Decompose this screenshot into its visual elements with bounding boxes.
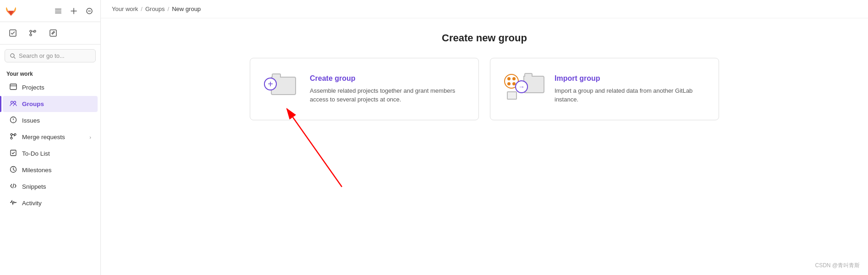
import-group-card[interactable]: → Import group Import a group and relate… [490, 58, 719, 120]
create-group-card[interactable]: + Create group Assemble related projects… [250, 58, 479, 120]
sidebar-item-label: To-Do List [22, 150, 50, 157]
breadcrumb-groups[interactable]: Groups [145, 6, 165, 12]
close-sidebar-icon[interactable] [83, 5, 96, 17]
gitlab-logo-icon[interactable] [5, 5, 17, 17]
svg-point-14 [11, 134, 12, 135]
dot-icon [507, 77, 511, 80]
todo-quick-icon[interactable] [5, 26, 20, 40]
sidebar-item-milestones[interactable]: Milestones [3, 162, 98, 178]
import-group-text: Import group Import a group and related … [555, 74, 705, 104]
create-group-icon-area: + [264, 73, 301, 105]
create-group-title: Create group [310, 74, 465, 83]
sidebar-item-snippets[interactable]: Snippets [3, 179, 98, 195]
import-group-icon-area: → [504, 73, 545, 105]
sidebar-item-label: Groups [22, 101, 44, 107]
svg-rect-0 [55, 9, 61, 10]
your-work-section-label: Your work [0, 67, 100, 79]
svg-point-11 [11, 101, 13, 104]
folder-tab-icon [272, 73, 281, 78]
search-placeholder: Search or go to... [19, 52, 65, 59]
todo-list-icon [9, 149, 17, 158]
arrow-right-circle-icon: → [515, 80, 528, 93]
new-item-icon[interactable] [67, 5, 80, 17]
create-group-text: Create group Assemble related projects t… [310, 74, 465, 104]
orange-dots-icon [507, 77, 516, 85]
sidebar-item-label: Snippets [22, 183, 46, 190]
svg-rect-17 [11, 150, 16, 156]
chevron-right-icon: › [89, 135, 91, 140]
dot-icon [507, 82, 511, 85]
import-folder-tab-icon [524, 73, 533, 77]
content-area: Create new group + Create group Assemble… [101, 18, 868, 275]
svg-line-20 [287, 109, 342, 187]
sidebar-item-label: Activity [22, 200, 42, 207]
svg-rect-10 [10, 84, 16, 90]
sidebar-item-activity[interactable]: Activity [3, 195, 98, 211]
sidebar-toggle-icon[interactable] [52, 5, 65, 17]
edit-quick-icon[interactable] [46, 26, 60, 40]
sidebar: Search or go to... Your work Projects Gr… [0, 0, 101, 275]
breadcrumb-your-work[interactable]: Your work [112, 6, 138, 12]
breadcrumb-sep-2: / [168, 6, 170, 12]
watermark: CSDN @青叫青斯 [815, 262, 860, 269]
groups-icon [9, 100, 17, 108]
svg-rect-1 [55, 11, 61, 11]
sidebar-quick-actions [0, 22, 100, 45]
sidebar-item-groups[interactable]: Groups [3, 96, 98, 112]
projects-icon [9, 83, 17, 92]
import-group-illustration: → [504, 73, 544, 100]
import-group-desc: Import a group and related data from ano… [555, 86, 705, 104]
dot-icon [512, 77, 516, 80]
plus-circle-icon: + [264, 78, 277, 90]
breadcrumb-current: New group [172, 6, 201, 12]
create-group-illustration: + [264, 73, 296, 98]
main-content: Your work / Groups / New group Create ne… [101, 0, 868, 275]
activity-icon [9, 199, 17, 208]
sidebar-nav: Projects Groups Issues Merge requests › [0, 79, 100, 212]
breadcrumb: Your work / Groups / New group [101, 0, 868, 18]
search-icon [10, 53, 16, 59]
sidebar-item-label: Issues [22, 117, 40, 124]
sidebar-item-label: Projects [22, 84, 44, 91]
sidebar-item-merge-requests[interactable]: Merge requests › [3, 129, 98, 145]
page-title: Create new group [119, 32, 850, 44]
breadcrumb-sep-1: / [141, 6, 143, 12]
milestones-icon [9, 166, 17, 174]
svg-point-9 [11, 54, 14, 57]
sidebar-item-projects[interactable]: Projects [3, 79, 98, 95]
merge-requests-icon [9, 133, 17, 141]
svg-point-12 [14, 101, 16, 104]
svg-point-6 [30, 34, 32, 36]
import-group-title: Import group [555, 74, 705, 83]
sidebar-top-icons [52, 5, 96, 17]
sidebar-item-label: Merge requests [22, 134, 65, 140]
svg-rect-2 [55, 12, 61, 13]
sidebar-item-label: Milestones [22, 167, 52, 174]
svg-point-5 [30, 30, 32, 32]
sidebar-top-bar [0, 0, 100, 22]
svg-point-15 [11, 137, 12, 139]
search-box[interactable]: Search or go to... [5, 49, 96, 62]
sidebar-item-issues[interactable]: Issues [3, 112, 98, 129]
issues-icon [9, 116, 17, 125]
cards-row: + Create group Assemble related projects… [119, 58, 850, 120]
snippets-icon [9, 182, 17, 191]
sidebar-item-todo-list[interactable]: To-Do List [3, 146, 98, 162]
create-group-desc: Assemble related projects together and g… [310, 86, 465, 104]
document-icon [507, 91, 517, 100]
merge-request-quick-icon[interactable] [26, 26, 40, 40]
